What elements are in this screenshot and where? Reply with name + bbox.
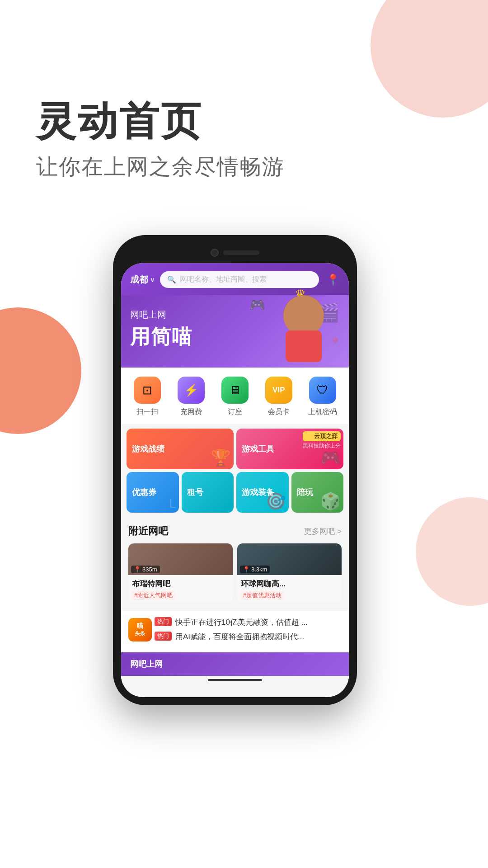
feat-game-score-label: 游戏战绩 <box>132 443 164 454</box>
action-password[interactable]: 🛡 上机密码 <box>305 377 341 417</box>
nearby-header: 附近网吧 更多网吧 > <box>128 524 342 538</box>
search-icon: 🔍 <box>167 275 176 284</box>
scan-icon: ⊡ <box>142 383 152 397</box>
banner-small-text: 网吧上网 <box>130 309 192 321</box>
banner-character: ♛ <box>263 291 344 372</box>
news-text-2: 用AI赋能，百度将全面拥抱视频时代... <box>175 632 304 642</box>
phone-camera <box>211 249 219 257</box>
cafe-list: 📍 335m 布瑞特网吧 #附近人气网吧 📍 <box>128 543 342 603</box>
book-icon-wrap: 🖥 <box>221 377 249 404</box>
action-scan-label: 扫一扫 <box>136 407 158 417</box>
deco-circle-bottom-right <box>416 497 488 606</box>
cafe-dist-1: 📍 335m <box>131 566 160 573</box>
feat-companion-label: 陪玩 <box>297 487 313 498</box>
phone-speaker <box>223 250 259 255</box>
action-vip-label: 会员卡 <box>268 407 290 417</box>
banner-main-text: 用简喵 <box>130 324 192 350</box>
hero-section: 灵动首页 让你在上网之余尽情畅游 <box>36 99 285 181</box>
cafe-card-2[interactable]: 📍 3.3km 环球网咖高... #超值优惠活动 <box>237 543 342 603</box>
action-vip[interactable]: VIP 会员卡 <box>261 377 297 417</box>
news-section: 喵 头条 热门 快手正在进行10亿美元融资，估值超 ... 热门 用AI赋能，百… <box>121 611 349 652</box>
news-logo-line2: 头条 <box>135 630 145 637</box>
deco-circle-top <box>371 0 488 118</box>
gamepad-feat-icon: 🎮 <box>320 448 341 467</box>
action-book-label: 订座 <box>228 407 242 417</box>
bottom-banner-peek: 网吧上网 <box>121 652 349 676</box>
phone-mockup: 成都 ∨ 🔍 网吧名称、地址商圈、搜索 📍 网吧上网 用简喵 🎮 🎬 📍 <box>63 235 407 705</box>
feat-coupon[interactable]: 优惠券 L <box>127 472 179 513</box>
book-icon: 🖥 <box>229 383 241 397</box>
feature-grid: 游戏战绩 🏆 游戏工具 云顶之弈 黑科技助你上分 🎮 优惠券 L <box>127 429 343 513</box>
cafe-info-2: 环球网咖高... #超值优惠活动 <box>237 575 342 603</box>
cloud-badge: 云顶之弈 <box>303 431 341 441</box>
pin-small-icon: 📍 <box>134 566 141 573</box>
action-book[interactable]: 🖥 订座 <box>217 377 253 417</box>
feat-equip-label: 游戏装备 <box>242 487 274 498</box>
home-bar-line <box>208 679 262 681</box>
cafe-info-1: 布瑞特网吧 #附近人气网吧 <box>128 575 233 603</box>
phone-home-bar <box>121 676 349 685</box>
hot-badge-2: 热门 <box>155 632 172 641</box>
phone-outer: 成都 ∨ 🔍 网吧名称、地址商圈、搜索 📍 网吧上网 用简喵 🎮 🎬 📍 <box>113 235 357 705</box>
news-logo-row: 喵 头条 热门 快手正在进行10亿美元融资，估值超 ... 热门 用AI赋能，百… <box>128 617 342 642</box>
banner-text: 网吧上网 用简喵 <box>130 309 192 350</box>
cafe-thumb-2: 📍 3.3km <box>237 543 342 575</box>
hero-title: 灵动首页 <box>36 99 285 143</box>
trophy-icon: 🏆 <box>211 448 231 467</box>
vip-icon-wrap: VIP <box>265 377 292 404</box>
feat-game-score[interactable]: 游戏战绩 🏆 <box>127 429 234 469</box>
location-pin-icon[interactable]: 📍 <box>326 274 340 286</box>
feat-game-tools[interactable]: 游戏工具 云顶之弈 黑科技助你上分 🎮 <box>236 429 343 469</box>
feat-rental-label: 租号 <box>187 487 203 498</box>
scan-icon-wrap: ⊡ <box>134 377 161 404</box>
coupon-deco-icon: L <box>169 496 176 511</box>
pw-icon-wrap: 🛡 <box>309 377 336 404</box>
news-item-2[interactable]: 热门 用AI赋能，百度将全面拥抱视频时代... <box>155 632 342 642</box>
cafe-thumb-1: 📍 335m <box>128 543 233 575</box>
cafe-dist-2: 📍 3.3km <box>240 566 270 573</box>
pw-icon: 🛡 <box>317 383 328 397</box>
cafe-name-1: 布瑞特网吧 <box>132 579 229 589</box>
pin-small-icon-2: 📍 <box>243 566 250 573</box>
feat-rental[interactable]: 租号 <box>182 472 234 513</box>
location-button[interactable]: 成都 ∨ <box>130 274 155 286</box>
news-item-1[interactable]: 热门 快手正在进行10亿美元融资，估值超 ... <box>155 617 342 628</box>
action-charge[interactable]: ⚡ 充网费 <box>173 377 209 417</box>
vip-icon: VIP <box>272 386 285 395</box>
news-items: 热门 快手正在进行10亿美元融资，估值超 ... 热门 用AI赋能，百度将全面拥… <box>155 617 342 642</box>
charge-icon-wrap: ⚡ <box>178 377 205 404</box>
quick-actions: ⊡ 扫一扫 ⚡ 充网费 🖥 订座 <box>121 368 349 424</box>
nearby-title: 附近网吧 <box>128 524 168 538</box>
feat-game-tools-label: 游戏工具 <box>242 443 274 454</box>
phone-notch <box>121 243 349 262</box>
feat-equip[interactable]: 游戏装备 🎯 <box>236 472 289 513</box>
phone-screen: 成都 ∨ 🔍 网吧名称、地址商圈、搜索 📍 网吧上网 用简喵 🎮 🎬 📍 <box>121 263 349 697</box>
search-bar[interactable]: 🔍 网吧名称、地址商圈、搜索 <box>160 271 319 288</box>
nearby-more-button[interactable]: 更多网吧 > <box>304 526 342 537</box>
cafe-card-1[interactable]: 📍 335m 布瑞特网吧 #附近人气网吧 <box>128 543 233 603</box>
app-banner: 网吧上网 用简喵 🎮 🎬 📍 ♛ <box>121 295 349 368</box>
news-text-1: 快手正在进行10亿美元融资，估值超 ... <box>175 617 308 628</box>
news-logo: 喵 头条 <box>128 618 152 642</box>
hot-badge-1: 热门 <box>155 617 172 626</box>
action-charge-label: 充网费 <box>180 407 202 417</box>
cafe-tag-1: #附近人气网吧 <box>132 591 175 600</box>
charge-icon: ⚡ <box>184 383 198 397</box>
news-logo-line1: 喵 <box>137 622 143 630</box>
location-text: 成都 <box>130 274 148 286</box>
action-password-label: 上机密码 <box>308 407 337 417</box>
cafe-tag-2: #超值优惠活动 <box>241 591 284 600</box>
search-placeholder-text: 网吧名称、地址商圈、搜索 <box>180 275 267 284</box>
bottom-banner-text: 网吧上网 <box>130 659 163 670</box>
companion-deco-icon: 🎲 <box>320 492 341 511</box>
cloud-sub: 黑科技助你上分 <box>303 442 341 450</box>
feat-companion[interactable]: 陪玩 🎲 <box>291 472 344 513</box>
cafe-name-2: 环球网咖高... <box>241 579 338 589</box>
feat-coupon-label: 优惠券 <box>132 487 156 498</box>
nearby-section: 附近网吧 更多网吧 > 📍 335m 布瑞特网吧 <box>121 517 349 607</box>
action-scan[interactable]: ⊡ 扫一扫 <box>129 377 165 417</box>
char-head <box>283 295 324 336</box>
char-torso <box>286 330 322 362</box>
location-chevron-icon: ∨ <box>150 276 155 283</box>
hero-subtitle: 让你在上网之余尽情畅游 <box>36 152 285 181</box>
